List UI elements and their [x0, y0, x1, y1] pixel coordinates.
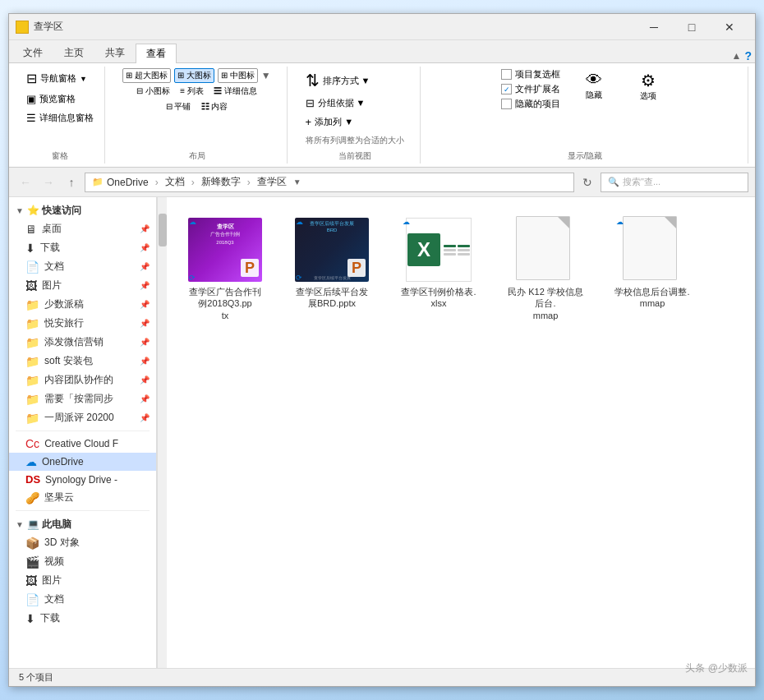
- layout-group-label: 布局: [189, 150, 205, 162]
- detail-btn[interactable]: ☰ 详细信息: [210, 84, 260, 99]
- file-area: 查学区广告合作刊例2018Q3 P ☁ ⟳ 查学区广告合作刊例2018Q3.pp…: [167, 197, 755, 668]
- title-bar: 查学区 ─ □ ✕: [9, 14, 755, 40]
- ribbon-group-show-hide: 项目复选框 ✓ 文件扩展名 隐藏的项目 👁 隐藏: [422, 67, 748, 163]
- watermark: 头条 @少数派: [685, 661, 748, 675]
- file-item-pptx2[interactable]: 查学区后续平台发展BRD 查学区后续平台发展 P ☁ ⟳ 查学区后续平台发展BR…: [287, 210, 377, 328]
- file-thumb-pptx2: 查学区后续平台发展BRD 查学区后续平台发展 P ☁ ⟳: [295, 217, 369, 283]
- sidebar-item-documents[interactable]: 📄 文档: [9, 590, 156, 609]
- file-ext-checkbox[interactable]: ✓: [501, 84, 512, 94]
- sync-badge-1: ⟳: [189, 274, 196, 282]
- hidden-items-checkbox[interactable]: [501, 99, 512, 109]
- item-count: 5 个项目: [19, 671, 53, 684]
- file-thumb-mmap1: [509, 217, 582, 283]
- maximize-button[interactable]: □: [673, 14, 711, 40]
- sidebar-item-xuyao[interactable]: 📁 需要「按需同步 📌: [9, 389, 156, 408]
- sidebar-item-pics[interactable]: 🖼 图片: [9, 571, 156, 590]
- medium-icon-btn[interactable]: ⊞ 中图标: [218, 68, 258, 83]
- sidebar-item-yuean[interactable]: 📁 悦安旅行 📌: [9, 314, 156, 333]
- file-name-xlsx: 查学区刊例价格表.xlsx: [400, 286, 477, 310]
- item-checkbox-label[interactable]: 项目复选框: [501, 68, 560, 81]
- add-column-btn[interactable]: + 添加列 ▼: [301, 113, 358, 131]
- status-bar: 5 个项目: [9, 668, 755, 686]
- ribbon-collapse-btn[interactable]: ▲: [732, 50, 742, 62]
- this-pc-header[interactable]: ▼ 💻 此电脑: [9, 514, 156, 533]
- sidebar-item-desktop[interactable]: 🖥 桌面 📌: [9, 219, 156, 238]
- sidebar-scrollbar[interactable]: [157, 197, 167, 668]
- fit-columns-btn[interactable]: 将所有列调整为合适的大小: [301, 132, 408, 149]
- address-input[interactable]: 📁 OneDrive › 文档 › 新蜂数字 › 查学区 ▼: [85, 173, 574, 192]
- sidebar-item-shaoshu[interactable]: 📁 少数派稿 📌: [9, 295, 156, 314]
- extra-large-icon-btn[interactable]: ⊞ 超大图标: [122, 68, 171, 83]
- file-item-pptx1[interactable]: 查学区广告合作刊例2018Q3 P ☁ ⟳ 查学区广告合作刊例2018Q3.pp…: [180, 210, 270, 328]
- file-item-xlsx[interactable]: X ☁: [394, 210, 484, 328]
- refresh-button[interactable]: ↻: [578, 173, 597, 192]
- file-name-pptx2: 查学区后续平台发展BRD.pptx: [293, 286, 370, 310]
- help-button[interactable]: ?: [744, 49, 752, 62]
- file-item-mmap1[interactable]: 民办 K12 学校信息后台.mmap: [500, 210, 591, 328]
- back-button[interactable]: ←: [16, 173, 35, 192]
- sidebar-divider-2: [16, 510, 150, 511]
- hidden-items-label[interactable]: 隐藏的项目: [501, 98, 560, 110]
- cloud-badge-5: ☁: [616, 218, 624, 226]
- tab-home[interactable]: 主页: [53, 43, 94, 62]
- forward-button[interactable]: →: [39, 173, 58, 192]
- content-btn[interactable]: ☷ 内容: [198, 99, 232, 114]
- small-icon-btn[interactable]: ⊟ 小图标: [133, 84, 173, 99]
- tab-share[interactable]: 共享: [94, 43, 136, 62]
- sidebar-item-docs[interactable]: 📄 文档 📌: [9, 257, 156, 276]
- search-box[interactable]: 🔍 搜索"查...: [601, 173, 748, 192]
- ribbon-group-panes: ⊟ 导航窗格 ▼ ▣ 预览窗格 ☰ 详细信息窗格 窗格: [16, 67, 105, 163]
- sidebar-item-dl[interactable]: ⬇ 下载: [9, 609, 156, 628]
- sidebar-item-soft[interactable]: 📁 soft 安装包 📌: [9, 352, 156, 371]
- ribbon-group-layout: ⊞ 超大图标 ⊞ 大图标 ⊞ 中图标 ▼ ⊟ 小图标 ≡ 列表 ☰ 详细信息 ⊟…: [107, 67, 288, 163]
- tile-btn[interactable]: ⊟ 平铺: [163, 99, 195, 114]
- sort-by-btn[interactable]: ⇅ 排序方式 ▼: [301, 68, 375, 93]
- sidebar-item-3d[interactable]: 📦 3D 对象: [9, 533, 156, 552]
- window-controls: ─ □ ✕: [635, 14, 748, 40]
- sync-badge-2: ⟳: [296, 274, 302, 282]
- explorer-window: 查学区 ─ □ ✕ 文件 主页 共享 查看 ▲ ? ⊟ 导航窗格 ▼: [8, 13, 756, 687]
- nav-pane-btn[interactable]: ⊟ 导航窗格 ▼: [22, 68, 91, 89]
- file-item-mmap2[interactable]: ☁ 学校信息后台调整.mmap: [607, 210, 697, 328]
- quick-access-header[interactable]: ▼ ⭐ 快速访问: [9, 200, 156, 219]
- item-checkbox[interactable]: [501, 69, 512, 80]
- sidebar-item-videos[interactable]: 🎬 视频: [9, 552, 156, 571]
- detail-pane-btn[interactable]: ☰ 详细信息窗格: [22, 109, 98, 127]
- sidebar-item-downloads[interactable]: ⬇ 下载 📌: [9, 238, 156, 257]
- large-icon-btn[interactable]: ⊞ 大图标: [174, 68, 214, 83]
- sidebar-scrollbar-thumb[interactable]: [159, 214, 167, 246]
- files-grid: 查学区广告合作刊例2018Q3 P ☁ ⟳ 查学区广告合作刊例2018Q3.pp…: [180, 210, 742, 328]
- up-button[interactable]: ↑: [62, 173, 81, 192]
- sidebar-item-weekly[interactable]: 📁 一周派评 20200 📌: [9, 408, 156, 427]
- sidebar-item-tianfa[interactable]: 📁 添发微信营销 📌: [9, 333, 156, 352]
- hide-btn[interactable]: 👁 隐藏: [573, 68, 614, 104]
- file-thumb-pptx1: 查学区广告合作刊例2018Q3 P ☁ ⟳: [188, 217, 262, 283]
- address-bar: ← → ↑ 📁 OneDrive › 文档 › 新蜂数字 › 查学区 ▼ ↻ 🔍…: [9, 168, 755, 197]
- preview-pane-btn[interactable]: ▣ 预览窗格: [22, 90, 80, 108]
- breadcrumb-current: 查学区: [257, 175, 287, 189]
- cloud-badge-3: ☁: [403, 218, 410, 226]
- close-button[interactable]: ✕: [711, 14, 748, 40]
- show-hide-group-label: 显示/隐藏: [568, 150, 603, 162]
- group-by-btn[interactable]: ⊟ 分组依据 ▼: [301, 94, 370, 112]
- sidebar-item-pictures[interactable]: 🖼 图片 📌: [9, 276, 156, 295]
- sidebar-item-synology[interactable]: DS Synology Drive -: [9, 471, 156, 488]
- minimize-button[interactable]: ─: [635, 14, 673, 40]
- layout-expand-btn[interactable]: ▼: [261, 70, 271, 81]
- sidebar-item-creative-cloud[interactable]: Cc Creative Cloud F: [9, 435, 156, 453]
- tab-file[interactable]: 文件: [12, 43, 53, 62]
- sidebar-item-jiguoyun[interactable]: 🥜 坚果云: [9, 488, 156, 507]
- sidebar-item-content[interactable]: 📁 内容团队协作的 📌: [9, 371, 156, 389]
- list-btn[interactable]: ≡ 列表: [177, 84, 207, 99]
- cloud-badge-2: ☁: [296, 218, 303, 226]
- generic-icon-mmap1: [516, 216, 575, 283]
- sidebar-item-onedrive[interactable]: ☁ OneDrive: [9, 453, 156, 471]
- breadcrumb-docs: 文档: [165, 175, 185, 189]
- tab-view[interactable]: 查看: [136, 44, 177, 63]
- cloud-badge-1: ☁: [189, 218, 196, 226]
- search-placeholder: 搜索"查...: [623, 176, 660, 188]
- sidebar-divider-1: [16, 431, 150, 431]
- file-ext-label[interactable]: ✓ 文件扩展名: [501, 83, 560, 95]
- breadcrumb-xinfeng: 新蜂数字: [201, 175, 241, 189]
- options-btn[interactable]: ⚙ 选项: [628, 68, 669, 104]
